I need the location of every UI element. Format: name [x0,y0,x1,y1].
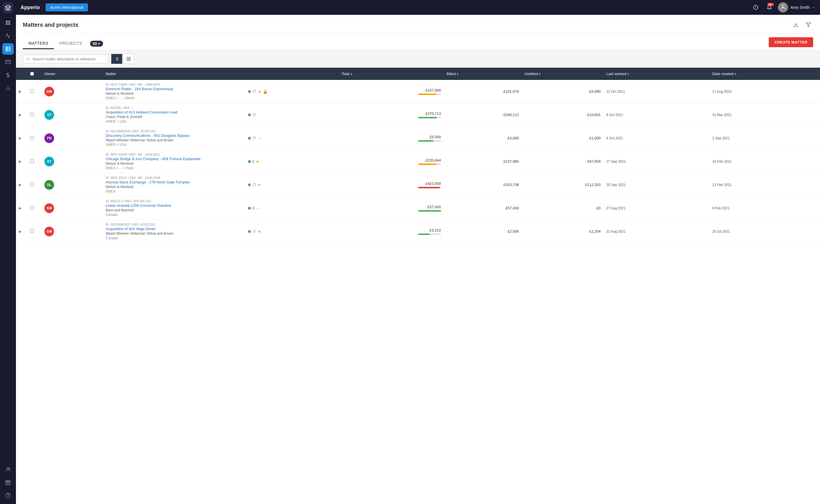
table-row: ▶ DL ID: 9872 30221 | REF: NR - 2346-202… [16,173,820,197]
row-checkbox-cell[interactable] [27,173,42,197]
table-row: ▶ ST ID: 9872 40329 | REF: NR - 2346-201… [16,150,820,173]
user-menu[interactable]: Amy Smith [778,2,815,13]
grid-view-button[interactable] [123,54,134,64]
matter-cell: ID: 9872 73829 | REF: NR - 2346-8374 Eme… [103,80,245,103]
icons-cell: $★ [245,150,339,173]
row-checkbox-cell[interactable] [27,220,42,243]
date-created-cell: 2 Sep 2021 [710,127,820,150]
header-actions [791,20,813,30]
row-expander[interactable]: ▶ [16,197,27,220]
client-badge[interactable]: Acme International [46,3,88,11]
filter-button[interactable] [803,20,813,30]
search-icon [26,57,30,61]
row-checkbox[interactable] [30,89,34,93]
matter-link[interactable]: Arizona Stock Exchange - 279 North Gate … [106,180,242,184]
row-checkbox[interactable] [30,159,34,163]
svg-rect-1 [8,21,10,23]
icons-cell: ⏱→ [245,127,339,150]
last-worked-cell: 8 Oct 2021 [603,127,709,150]
svg-point-14 [7,467,9,469]
user-avatar [778,2,788,13]
sidebar-item-help[interactable] [2,490,14,501]
list-view-button[interactable] [111,54,122,64]
search-box[interactable] [23,55,108,63]
info-button[interactable] [751,2,761,13]
row-checkbox[interactable] [30,183,34,186]
row-checkbox[interactable] [30,206,34,210]
row-checkbox-cell[interactable] [27,80,42,103]
sidebar-bottom [2,464,14,501]
unbilled-col-header[interactable]: Unbilled [522,68,603,80]
matter-link[interactable]: Acquisition of 413 Holland Concession ro… [106,110,242,114]
row-checkbox-cell[interactable] [27,197,42,220]
billed-cell: £260,112 [444,103,522,127]
matter-link[interactable]: Discovery Communications - 901 Douglass … [106,133,242,138]
page-title: Matters and projects [23,22,79,28]
matter-region: Canada [106,236,242,240]
unbilled-cell: £1,000 [522,127,603,150]
sidebar-item-dashboard[interactable] [2,17,14,28]
billed-cell: £4,000 [444,127,522,150]
owner-cell: ST [42,150,103,173]
row-checkbox-cell[interactable] [27,127,42,150]
last-worked-col-header[interactable]: Last worked [603,68,709,80]
notifications-button[interactable]: 99+ [764,2,774,13]
row-expander[interactable]: ▶ [16,80,27,103]
matter-link[interactable]: Lease renewal 1256 Converse Townline [106,203,242,208]
search-input[interactable] [32,57,104,61]
total-col-header[interactable]: Total [339,68,444,80]
date-created-col-header[interactable]: Date created [710,68,820,80]
sidebar-item-gifts[interactable] [2,477,14,488]
app-logo[interactable] [3,3,13,13]
row-checkbox-cell[interactable] [27,103,42,127]
sidebar-item-user-settings[interactable] [2,464,14,475]
download-button[interactable] [791,20,801,30]
main-container: Apperio Acme International 99+ Amy Smith… [16,0,820,504]
matter-link[interactable]: Emerson Radio - 164 Bacon Expressway [106,87,242,91]
timer-icon: ⏱ [252,229,256,234]
progress-bar [418,210,441,212]
tab-matters[interactable]: MATTERS [23,38,54,49]
sidebar-item-billing[interactable] [2,56,14,68]
row-expander[interactable]: ▶ [16,127,27,150]
row-expander[interactable]: ▶ [16,173,27,197]
table-row: ▶ GM ID: 9872 73829 | REF: NR - 2346-837… [16,80,820,103]
billed-cell: £2,006 [444,220,522,243]
last-worked-cell: 8 Oct 2021 [603,103,709,127]
sidebar-item-reports[interactable] [2,82,14,94]
last-worked-cell: 22 Aug 2021 [603,220,709,243]
row-checkbox[interactable] [30,113,34,116]
sidebar-item-analytics[interactable] [2,30,14,42]
progress-bar-wrap [418,164,441,165]
unbilled-cell: £112,320 [522,173,603,197]
tab-projects[interactable]: PROJECTS [54,38,88,49]
progress-bar [418,94,437,95]
progress-bar-wrap [418,187,441,188]
billed-col-header[interactable]: Billed [444,68,522,80]
sidebar-item-matters[interactable] [2,43,14,55]
sidebar-item-finance[interactable] [2,69,14,81]
row-checkbox[interactable] [30,136,34,140]
row-expander[interactable]: ▶ [16,150,27,173]
matter-link[interactable]: Chicago Bridge & Iron Company - 459 Fort… [106,157,242,161]
matter-icons: $★ [248,159,336,164]
checkbox-col-header[interactable] [27,68,42,80]
row-checkbox-cell[interactable] [27,150,42,173]
matter-region: AMER > USA [106,119,242,123]
matter-cell: ID: 0021993291F | REF: AC021181 Acquisit… [103,220,245,243]
status-dot-icon [248,207,251,210]
create-matter-button[interactable]: CREATE MATTER [769,37,813,47]
matter-link[interactable]: Acquisition of 924 Vega Green [106,227,242,231]
timer-icon: ⏱ [252,89,256,94]
svg-point-26 [27,57,30,60]
row-expander[interactable]: ▶ [16,103,27,127]
row-checkbox[interactable] [30,229,34,233]
lock-icon: 🔒 [263,89,268,94]
matter-cell: ID: 9872 30221 | REF: NR - 2346-2028 Ari… [103,173,245,197]
total-cell: £57,430 [339,197,444,220]
matter-cell: ID: 032295 | REF: -- Acquisition of 413 … [103,103,245,127]
row-expander[interactable]: ▶ [16,220,27,243]
select-all-checkbox[interactable] [30,72,34,76]
matter-id: ID: 9872 73829 | REF: NR - 2346-8374 [106,83,242,86]
tabs-area: MATTERS PROJECTS 50 + CREATE MATTER [16,33,820,50]
